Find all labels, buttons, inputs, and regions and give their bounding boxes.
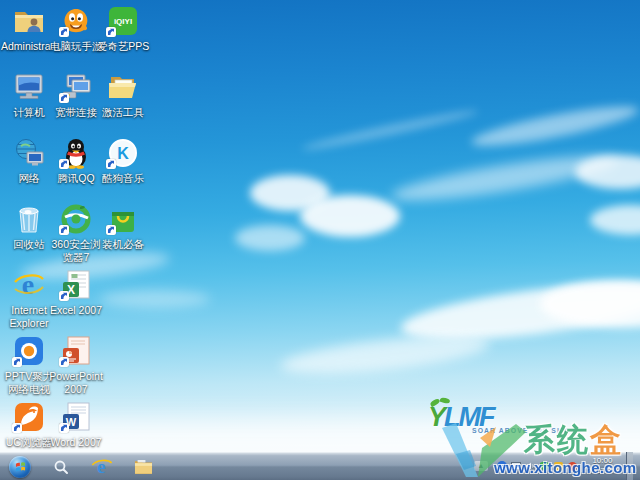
desktop-icon-pc-games[interactable]: 电脑玩手游 (53, 4, 99, 53)
svg-text:iQIYI: iQIYI (114, 17, 132, 26)
desktop-icon-pptv[interactable]: PPTV聚力 网络电视 (6, 334, 52, 395)
desktop-icon-label: 装机必备 (95, 238, 151, 251)
shortcut-arrow-icon (106, 225, 116, 235)
network-globe-icon (13, 136, 45, 170)
xitonghe-url-text: www.xitonghe.com (494, 459, 637, 476)
monster-game-icon (60, 4, 92, 38)
recycle-bin-icon (13, 202, 45, 236)
desktop-icon-broadband[interactable]: 宽带连接 (53, 70, 99, 119)
search-button[interactable] (48, 454, 74, 480)
desktop-icon-internet-explorer[interactable]: e Internet Explorer (6, 268, 52, 329)
pptv-icon (13, 334, 45, 368)
shortcut-arrow-icon (106, 27, 116, 37)
desktop-icon-computer[interactable]: 计算机 (6, 70, 52, 119)
cloud (575, 155, 640, 189)
cloud (590, 205, 640, 235)
desktop-icon-iqiyi-pps[interactable]: iQIYI 爱奇艺PPS (100, 4, 146, 53)
powerpoint-icon (60, 334, 92, 368)
qq-penguin-icon (60, 136, 92, 170)
cloud (540, 280, 640, 328)
software-bag-icon (107, 202, 139, 236)
desktop-icon-label: PowerPoint 2007 (48, 370, 104, 395)
desktop-icon-kugou[interactable]: K 酷狗音乐 (100, 136, 146, 185)
desktop-icon-uc-browser[interactable]: UC浏览器 (6, 400, 52, 449)
svg-text:e: e (97, 456, 106, 477)
shortcut-arrow-icon (59, 357, 69, 367)
xitonghe-brand-text: 系统盒 (524, 424, 623, 455)
cloud (279, 329, 491, 381)
open-folder-icon (107, 70, 139, 104)
svg-text:e: e (22, 269, 34, 300)
start-button[interactable] (7, 454, 33, 480)
cloud (100, 290, 210, 308)
desktop-icon-network[interactable]: 网络 (6, 136, 52, 185)
cloud (389, 147, 620, 209)
search-icon (53, 459, 69, 475)
iqiyi-pps-icon: iQIYI (107, 4, 139, 38)
shortcut-arrow-icon (59, 159, 69, 169)
desktop-icon-label: 爱奇艺PPS (95, 40, 151, 53)
desktop-icon-360-browser[interactable]: 360安全浏览器7 (53, 202, 99, 263)
word-icon: W (60, 400, 92, 434)
broadband-connection-icon (60, 70, 92, 104)
desktop-icon-powerpoint[interactable]: PowerPoint 2007 (53, 334, 99, 395)
taskbar-explorer-button[interactable] (130, 454, 156, 480)
desktop-icon-qq[interactable]: 腾讯QQ (53, 136, 99, 185)
desktop-icon-essential-software[interactable]: 装机必备 (100, 202, 146, 251)
user-folder-icon (13, 4, 45, 38)
shortcut-arrow-icon (12, 423, 22, 433)
desktop-icon-label: Excel 2007 (48, 304, 104, 317)
svg-text:K: K (117, 145, 129, 162)
uc-browser-icon (13, 400, 45, 434)
cloud (469, 99, 640, 153)
desktop-icon-label: 激活工具 (95, 106, 151, 119)
shortcut-arrow-icon (59, 423, 69, 433)
folder-icon (133, 456, 154, 477)
shortcut-arrow-icon (12, 357, 22, 367)
cloud (398, 274, 640, 351)
desktop-icon-administrator[interactable]: Administra... (6, 4, 52, 53)
windows-orb-icon (9, 456, 31, 478)
360-browser-icon (60, 202, 92, 236)
desktop-icon-label: Word 2007 (48, 436, 104, 449)
shortcut-arrow-icon (59, 225, 69, 235)
desktop-icon-excel[interactable]: X Excel 2007 (53, 268, 99, 317)
excel-icon: X (60, 268, 92, 302)
shortcut-arrow-icon (59, 93, 69, 103)
taskbar-internet-explorer-button[interactable]: e (89, 454, 115, 480)
desktop-icon-activation-tool[interactable]: 激活工具 (100, 70, 146, 119)
cloud (300, 195, 400, 237)
desktop-icon-label: 酷狗音乐 (95, 172, 151, 185)
desktop-icon-recycle-bin[interactable]: 回收站 (6, 202, 52, 251)
cloud (235, 225, 305, 251)
computer-icon (13, 70, 45, 104)
shortcut-arrow-icon (106, 159, 116, 169)
shortcut-arrow-icon (59, 27, 69, 37)
internet-explorer-icon: e (91, 456, 113, 478)
cloud (301, 106, 479, 153)
internet-explorer-icon: e (13, 268, 45, 302)
cloud (250, 175, 330, 211)
kugou-music-icon: K (107, 136, 139, 170)
desktop-icon-word[interactable]: W Word 2007 (53, 400, 99, 449)
shortcut-arrow-icon (59, 291, 69, 301)
